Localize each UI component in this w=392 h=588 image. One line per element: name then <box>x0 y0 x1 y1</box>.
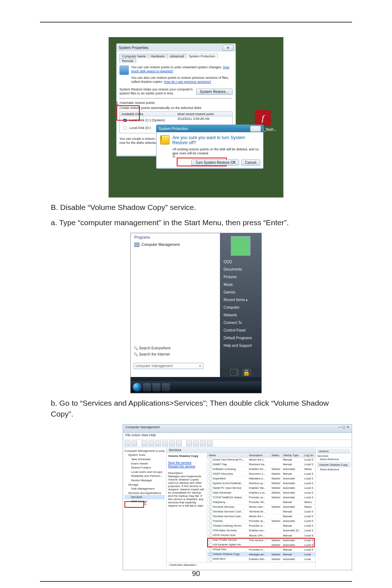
service-row[interactable]: Terminal ServicesAllows user...StartedAu… <box>208 504 315 509</box>
service-row[interactable]: Software LicensingEnables the ...Started… <box>208 467 315 471</box>
col-header[interactable]: Status <box>270 453 282 457</box>
actions-services[interactable]: Services <box>317 454 350 458</box>
confirm-close-icon[interactable]: ✕ <box>250 126 261 132</box>
start-item[interactable]: Games <box>220 288 261 296</box>
tb-icon[interactable] <box>176 441 182 446</box>
service-row[interactable]: SuperfetchMaintains a...StartedAutomatic… <box>208 476 315 481</box>
services-list[interactable]: NameDescriptionStatusStartup TypeLog OnS… <box>207 453 315 562</box>
service-row[interactable]: Tablet PC Input ServiceEnables Tab...Sta… <box>208 486 315 490</box>
restart-service-link[interactable]: Restart the service <box>168 465 195 468</box>
tree-node[interactable]: Disk Management <box>124 487 165 491</box>
service-row[interactable]: Smart Card Removal Po...Allows the s...M… <box>208 457 315 462</box>
mmc-toolbar <box>123 440 352 447</box>
tree-node[interactable]: Services and Applications <box>124 491 165 495</box>
start-item[interactable]: Recent Items ▸ <box>220 296 261 304</box>
col-header[interactable]: Name <box>208 453 248 457</box>
tb-icon[interactable] <box>162 441 168 446</box>
start-item[interactable]: Pictures <box>220 273 261 281</box>
top-rule <box>40 22 352 23</box>
start-item[interactable]: Music <box>220 281 261 288</box>
taskbar-item[interactable] <box>162 383 170 391</box>
sysprop-tab[interactable]: Computer Name <box>119 54 148 58</box>
tree-node[interactable]: Local Users and Groups <box>124 470 165 474</box>
mmc-menubar[interactable]: File Action View Help <box>123 433 352 440</box>
service-row[interactable]: Terminal Services Conf...Terminal Se...M… <box>208 509 315 514</box>
tree-node[interactable]: Storage <box>124 483 165 487</box>
gear-icon <box>209 515 212 518</box>
taskbar-item[interactable] <box>152 383 160 391</box>
search-input[interactable]: computer management✕ <box>134 363 203 369</box>
start-item[interactable]: Connect To <box>220 319 261 327</box>
service-row[interactable]: SSDP DiscoveryDiscovers n...StartedManua… <box>208 471 315 476</box>
cancel-button[interactable]: Cancel <box>241 159 260 166</box>
search-everywhere[interactable]: 🔍 Search Everywhere <box>134 345 217 351</box>
start-item[interactable]: Computer <box>220 304 261 311</box>
power-button[interactable]: ⏻ <box>230 369 239 376</box>
service-row[interactable]: TelephonyProvides Tel...ManualNetwo <box>208 500 315 504</box>
tree-node[interactable]: Device Manager <box>124 478 165 483</box>
service-row[interactable]: Terminal Services User...Allows the r...… <box>208 514 315 519</box>
search-internet[interactable]: 🔍 Search the Internet <box>134 351 217 357</box>
tb-icon[interactable] <box>169 441 175 446</box>
pause-icon[interactable] <box>200 441 206 446</box>
sysprop-tab[interactable]: Hardware <box>148 54 167 58</box>
tree-node[interactable]: Event Viewer <box>124 462 165 466</box>
start-item[interactable]: Control Panel <box>220 327 261 334</box>
service-row[interactable]: Task SchedulerEnables a us...StartedAuto… <box>208 490 315 495</box>
close-icon[interactable]: ✕ <box>222 45 233 51</box>
prev-versions-link[interactable]: How do I use previous versions? <box>164 80 211 84</box>
system-restore-button[interactable]: System Restore... <box>196 89 233 95</box>
col-header[interactable]: Log On <box>303 453 315 457</box>
service-row[interactable]: TPM Base ServicesEnables acc...Automatic… <box>208 528 315 533</box>
start-item[interactable]: Network <box>220 311 261 319</box>
col-header[interactable]: Startup Type <box>282 453 303 457</box>
start-orb-icon[interactable] <box>133 383 142 392</box>
start-item[interactable]: Help and Support <box>220 342 261 349</box>
disk-d-checkbox[interactable] <box>123 126 127 130</box>
start-item[interactable]: Default Programs <box>220 334 261 342</box>
lock-button[interactable]: 🔒 <box>242 369 251 376</box>
play-icon[interactable] <box>186 441 192 446</box>
turn-off-button[interactable]: Turn System Restore Off <box>191 159 239 166</box>
service-row[interactable]: SNMP TrapReceives tra...ManualLocal S <box>208 462 315 467</box>
stop-service-link[interactable]: Stop the service <box>168 461 192 465</box>
tabset[interactable]: \ Extended Standard / <box>167 562 315 567</box>
actions-more[interactable]: More Actions ▸ <box>317 458 350 461</box>
search-every-label: Search Everywhere <box>139 346 171 350</box>
tb-icon[interactable] <box>148 441 154 446</box>
service-row[interactable]: System Event Notificati...Monitors sy...… <box>208 481 315 486</box>
tree-node[interactable]: Reliability and Perform... <box>124 474 165 478</box>
service-row[interactable]: Thread Ordering ServerProvides or...Manu… <box>208 523 315 528</box>
start-item[interactable]: Documents <box>220 265 261 273</box>
service-row[interactable]: Windows AudioManages au...StartedAutomat… <box>208 561 315 562</box>
back-icon[interactable] <box>124 441 130 446</box>
service-row[interactable]: WebClientEnables Win...StartedAutomaticL… <box>208 557 315 561</box>
tb-icon[interactable] <box>142 441 147 446</box>
tree-node[interactable]: Task Scheduler <box>124 457 165 462</box>
sysprop-tab[interactable]: Advanced <box>167 54 187 58</box>
stop-icon[interactable] <box>193 441 199 446</box>
service-row[interactable]: ThemesProvides us...StartedAutomaticLoca… <box>208 519 315 523</box>
taskbar-item[interactable] <box>143 383 151 391</box>
start-item[interactable]: QQQ <box>220 258 261 265</box>
mmc-tree[interactable]: 1. Computer Management (Local)System Too… <box>123 447 167 567</box>
tb-icon[interactable] <box>155 441 161 446</box>
tree-node[interactable]: Computer Management (Local) <box>124 449 165 453</box>
sysprop-tab[interactable]: System Protection <box>186 54 218 58</box>
sysprop-tab[interactable]: Remote <box>119 58 136 63</box>
service-row[interactable]: UPnP Device HostAllows UPn...ManualLocal… <box>208 533 315 538</box>
tree-node[interactable]: Shared Folders <box>124 466 165 470</box>
programs-heading: Programs <box>131 233 220 242</box>
forward-icon[interactable] <box>131 441 137 446</box>
program-computer-management[interactable]: Computer Management <box>131 242 220 248</box>
restart-icon[interactable] <box>207 441 213 446</box>
service-row[interactable]: Volume Shadow CopyManages an...StartedMa… <box>208 552 315 557</box>
window-controls[interactable]: — ▢ ✕ <box>338 425 350 432</box>
service-row[interactable]: TCP/IP NetBIOS HelperProvides su...Start… <box>208 495 315 500</box>
service-row[interactable]: Virtual DiskProvides m...ManualLocal S <box>208 547 315 552</box>
col-header[interactable]: Description <box>248 453 270 457</box>
tree-node[interactable]: Services <box>124 495 165 499</box>
tree-node[interactable]: System Tools <box>124 453 165 457</box>
more-actions-label: More Actions <box>320 458 337 461</box>
actions-more2[interactable]: More Actions ▸ <box>317 468 350 471</box>
